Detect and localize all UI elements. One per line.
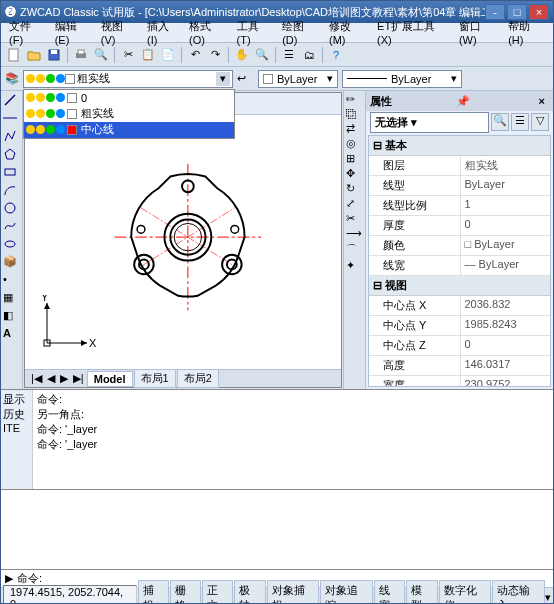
open-icon[interactable] bbox=[25, 46, 43, 64]
property-row[interactable]: 中心点 Y1985.8243 bbox=[369, 316, 550, 336]
paste-icon[interactable]: 📄 bbox=[159, 46, 177, 64]
layer-option[interactable]: 粗实线 bbox=[24, 106, 234, 122]
mirror-icon[interactable]: ⇄ bbox=[346, 122, 363, 135]
menu-item[interactable]: 编辑(E) bbox=[51, 17, 95, 48]
trim-icon[interactable]: ✂ bbox=[346, 212, 363, 225]
command-history-text[interactable]: 命令:另一角点:命令: '_layer命令: '_layer bbox=[33, 390, 553, 489]
tab-nav-button[interactable]: ▶| bbox=[71, 372, 86, 385]
region-icon[interactable]: ◧ bbox=[3, 309, 19, 325]
property-row[interactable]: 线宽— ByLayer bbox=[369, 256, 550, 276]
copy-obj-icon[interactable]: ⿻ bbox=[346, 108, 363, 120]
help-icon[interactable]: ? bbox=[327, 46, 345, 64]
menu-item[interactable]: 工具(T) bbox=[233, 17, 277, 48]
status-toggle[interactable]: 捕捉 bbox=[138, 580, 169, 605]
tab-nav-button[interactable]: |◀ bbox=[29, 372, 44, 385]
quick-select-icon[interactable]: 🔍 bbox=[491, 113, 509, 131]
selection-dropdown[interactable]: 无选择 ▾ bbox=[370, 112, 489, 133]
panel-close-icon[interactable]: × bbox=[535, 95, 549, 107]
save-icon[interactable] bbox=[45, 46, 63, 64]
status-toggle[interactable]: 极轴 bbox=[234, 580, 265, 605]
properties-grid[interactable]: 基本图层粗实线线型ByLayer线型比例1厚度0颜色□ ByLayer线宽— B… bbox=[368, 135, 551, 387]
text-icon[interactable]: A bbox=[3, 327, 19, 343]
scale-icon[interactable]: ⤢ bbox=[346, 197, 363, 210]
property-row[interactable]: 线型ByLayer bbox=[369, 176, 550, 196]
insert-icon[interactable]: 📦 bbox=[3, 255, 19, 271]
ellipse-icon[interactable] bbox=[3, 237, 19, 253]
filter-icon[interactable]: ▽ bbox=[531, 113, 549, 131]
status-tray-icon[interactable]: ▾ bbox=[545, 591, 551, 604]
new-icon[interactable] bbox=[5, 46, 23, 64]
property-group[interactable]: 基本 bbox=[369, 136, 550, 156]
linetype-select[interactable]: ByLayer ▾ bbox=[342, 70, 462, 88]
hatch-icon[interactable]: ▦ bbox=[3, 291, 19, 307]
menu-item[interactable]: 插入(I) bbox=[143, 17, 183, 48]
status-toggle[interactable]: 栅格 bbox=[170, 580, 201, 605]
property-row[interactable]: 中心点 Z0 bbox=[369, 336, 550, 356]
property-row[interactable]: 宽度230.9752 bbox=[369, 376, 550, 387]
layout-tab[interactable]: 布局2 bbox=[177, 369, 219, 388]
menu-item[interactable]: 视图(V) bbox=[97, 17, 141, 48]
xline-icon[interactable] bbox=[3, 111, 19, 127]
offset-icon[interactable]: ◎ bbox=[346, 137, 363, 150]
polygon-icon[interactable] bbox=[3, 147, 19, 163]
property-group[interactable]: 视图 bbox=[369, 276, 550, 296]
menu-item[interactable]: 修改(M) bbox=[325, 17, 371, 48]
color-select[interactable]: ByLayer ▾ bbox=[258, 70, 338, 88]
property-row[interactable]: 高度146.0317 bbox=[369, 356, 550, 376]
menu-item[interactable]: 文件(F) bbox=[5, 17, 49, 48]
design-center-icon[interactable]: 🗂 bbox=[300, 46, 318, 64]
preview-icon[interactable]: 🔍 bbox=[92, 46, 110, 64]
extend-icon[interactable]: ⟶ bbox=[346, 227, 363, 240]
redo-icon[interactable]: ↷ bbox=[206, 46, 224, 64]
property-row[interactable]: 厚度0 bbox=[369, 216, 550, 236]
layout-tab[interactable]: 布局1 bbox=[134, 369, 176, 388]
layer-manager-icon[interactable]: 📚 bbox=[5, 72, 19, 85]
property-row[interactable]: 图层粗实线 bbox=[369, 156, 550, 176]
layer-dropdown[interactable]: 粗实线 ▾ 0粗实线中心线 bbox=[23, 70, 233, 88]
fillet-icon[interactable]: ⌒ bbox=[346, 242, 363, 257]
erase-icon[interactable]: ✏ bbox=[346, 93, 363, 106]
pin-icon[interactable]: 📌 bbox=[452, 95, 474, 108]
status-toggle[interactable]: 线宽 bbox=[374, 580, 405, 605]
zoom-icon[interactable]: 🔍 bbox=[253, 46, 271, 64]
rectangle-icon[interactable] bbox=[3, 165, 19, 181]
print-icon[interactable] bbox=[72, 46, 90, 64]
move-icon[interactable]: ✥ bbox=[346, 167, 363, 180]
circle-icon[interactable] bbox=[3, 201, 19, 217]
pick-add-icon[interactable]: ☰ bbox=[511, 113, 529, 131]
status-toggle[interactable]: 正交 bbox=[202, 580, 233, 605]
tab-nav-button[interactable]: ▶ bbox=[58, 372, 70, 385]
point-icon[interactable]: • bbox=[3, 273, 19, 289]
layout-tab[interactable]: Model bbox=[87, 371, 133, 387]
line-icon[interactable] bbox=[3, 93, 19, 109]
layer-prev-icon[interactable]: ↩ bbox=[237, 72, 246, 85]
layer-option[interactable]: 中心线 bbox=[24, 122, 234, 138]
spline-icon[interactable] bbox=[3, 219, 19, 235]
status-toggle[interactable]: 模型 bbox=[406, 580, 437, 605]
menu-item[interactable]: ET扩展工具(X) bbox=[373, 17, 453, 48]
copy-icon[interactable]: 📋 bbox=[139, 46, 157, 64]
tab-nav-button[interactable]: ◀ bbox=[45, 372, 57, 385]
property-row[interactable]: 中心点 X2036.832 bbox=[369, 296, 550, 316]
coordinates[interactable]: 1974.4515, 2052.7044, 0 bbox=[3, 585, 137, 605]
status-toggle[interactable]: 数字化仪 bbox=[439, 580, 492, 605]
undo-icon[interactable]: ↶ bbox=[186, 46, 204, 64]
polyline-icon[interactable] bbox=[3, 129, 19, 145]
cut-icon[interactable]: ✂ bbox=[119, 46, 137, 64]
status-toggle[interactable]: 动态输入 bbox=[492, 580, 545, 605]
status-toggle[interactable]: 对象追踪 bbox=[320, 580, 373, 605]
status-toggle[interactable]: 对象捕捉 bbox=[267, 580, 320, 605]
property-row[interactable]: 颜色□ ByLayer bbox=[369, 236, 550, 256]
properties-icon[interactable]: ☰ bbox=[280, 46, 298, 64]
chevron-down-icon[interactable]: ▾ bbox=[216, 72, 230, 86]
menu-item[interactable]: 帮助(H) bbox=[504, 17, 549, 48]
menu-item[interactable]: 绘图(D) bbox=[278, 17, 323, 48]
rotate-icon[interactable]: ↻ bbox=[346, 182, 363, 195]
menu-item[interactable]: 格式(O) bbox=[185, 17, 230, 48]
arc-icon[interactable] bbox=[3, 183, 19, 199]
menu-item[interactable]: 窗口(W) bbox=[455, 17, 502, 48]
array-icon[interactable]: ⊞ bbox=[346, 152, 363, 165]
model-canvas[interactable]: X Y bbox=[25, 115, 341, 369]
pan-icon[interactable]: ✋ bbox=[233, 46, 251, 64]
layer-option[interactable]: 0 bbox=[24, 90, 234, 106]
